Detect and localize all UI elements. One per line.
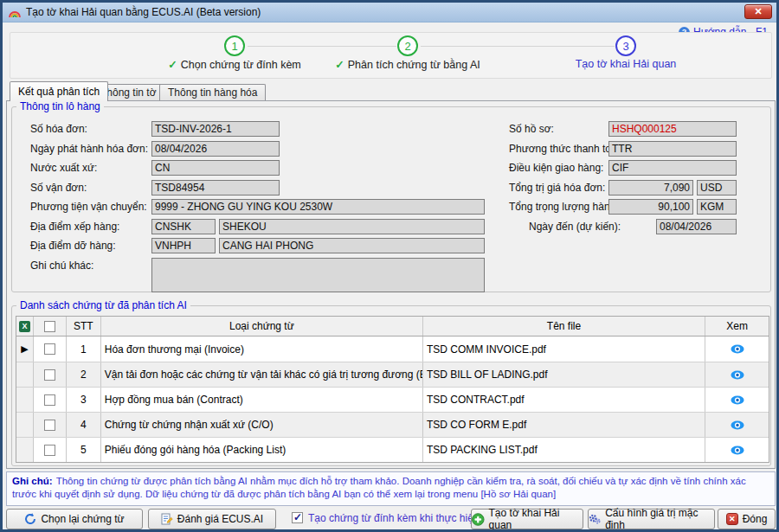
invoice-date-field[interactable]: 08/04/2026 (151, 141, 280, 157)
invoice-total-unit-field[interactable]: USD (697, 180, 737, 195)
app-rainbow-icon (8, 7, 22, 18)
total-weight-field[interactable]: 90,100 (608, 199, 693, 215)
loading-place-name-field[interactable]: SHEKOU (219, 219, 485, 234)
dossier-no-label: Số hồ sơ: (509, 123, 554, 135)
invoice-no-field[interactable]: TSD-INV-2026-1 (151, 121, 280, 137)
invoice-no-label: Số hóa đơn: (30, 123, 87, 135)
row-selector-icon: ▶ (16, 337, 34, 362)
plus-circle-icon (472, 513, 485, 526)
header-ten-file[interactable]: Tên file (423, 317, 705, 336)
unloading-place-name-field[interactable]: CANG HAI PHONG (219, 238, 485, 253)
view-eye-icon[interactable] (705, 388, 769, 412)
table-row[interactable]: 4 Chứng từ chứng nhận xuất xứ (C/O) TSD … (16, 412, 769, 437)
default-config-button[interactable]: Cấu hình giá trị mặc định (588, 509, 715, 529)
create-declaration-button[interactable]: Tạo tờ khai Hải quan (471, 509, 583, 529)
other-note-label: Ghi chú khác: (30, 260, 93, 272)
step-connector-1 (248, 46, 396, 47)
origin-country-field[interactable]: CN (151, 160, 280, 176)
arrival-date-field[interactable]: 08/04/2026 (656, 219, 737, 234)
step-2-label: ✓Phân tích chứng từ bằng AI (312, 58, 503, 71)
documents-table: X STT Loại chứng từ Tên file Xem ▶ 1 Hóa… (16, 316, 769, 463)
row-checkbox[interactable] (44, 343, 55, 355)
invoice-date-label: Ngày phát hành hóa đơn: (30, 143, 148, 155)
dialog-window: Tạo tờ khai Hải quan bằng ECUS.AI (Beta … (0, 0, 779, 532)
view-eye-icon[interactable] (705, 438, 769, 462)
table-row[interactable]: 3 Hợp đồng mua bán (Contract) TSD CONTRA… (16, 387, 769, 412)
table-header-row: X STT Loại chứng từ Tên file Xem (16, 317, 769, 337)
origin-country-label: Nước xuất xứ: (30, 162, 97, 174)
loading-place-code-field[interactable]: CNSHK (151, 219, 216, 234)
dossier-no-field[interactable]: HSHQ000125 (608, 121, 737, 137)
rate-ecus-ai-button[interactable]: Đánh giá ECUS.AI (148, 509, 276, 529)
step-1-label: ✓Chọn chứng từ đính kèm (139, 58, 330, 71)
bill-no-label: Số vận đơn: (30, 182, 87, 194)
row-checkbox[interactable] (44, 445, 55, 456)
unloading-place-code-field[interactable]: VNHPH (151, 238, 216, 253)
title-bar[interactable]: Tạo tờ khai Hải quan bằng ECUS.AI (Beta … (3, 3, 776, 22)
table-row[interactable]: 2 Vận tải đơn hoặc các chứng từ vận tải … (16, 362, 769, 387)
close-dialog-button[interactable]: ✕ Đóng (718, 509, 776, 529)
header-stt[interactable]: STT (67, 317, 101, 336)
tab-ket-qua-phan-tich[interactable]: Kết quả phân tích (10, 81, 108, 101)
select-all-checkbox[interactable] (44, 321, 55, 332)
window-title: Tạo tờ khai Hải quan bằng ECUS.AI (Beta … (26, 6, 261, 18)
row-checkbox[interactable] (44, 369, 55, 381)
gears-icon (589, 513, 601, 525)
step-3-circle: 3 (615, 35, 636, 56)
window-close-button[interactable]: ✕ (744, 4, 772, 19)
documents-group-title: Danh sách chứng từ đã phân tích AI (16, 299, 190, 311)
table-row[interactable]: ▶ 1 Hóa đơn thương mại (Invoice) TSD COM… (16, 337, 769, 362)
view-eye-icon[interactable] (705, 362, 769, 387)
unloading-place-label: Địa điểm dỡ hàng: (30, 240, 116, 252)
arrival-date-label: Ngày đến (dự kiến): (529, 221, 621, 233)
refresh-icon (24, 513, 36, 525)
note-panel: Ghi chú:Thông tin chứng từ được phân tíc… (6, 471, 776, 506)
row-selector-cell (16, 413, 34, 437)
table-row[interactable]: 5 Phiếu đóng gói hàng hóa (Packing List)… (16, 437, 769, 462)
row-checkbox[interactable] (44, 420, 55, 431)
delivery-term-label: Điều kiện giao hàng: (509, 162, 603, 174)
check-icon: ✓ (335, 59, 344, 71)
row-selector-cell (16, 438, 34, 462)
header-xem[interactable]: Xem (705, 317, 769, 336)
total-weight-label: Tổng trọng lượng hàng: (509, 201, 619, 213)
note-text: Thông tin chứng từ được phân tích bằng A… (12, 476, 746, 499)
step-2-circle: 2 (397, 35, 418, 56)
vehicle-label: Phương tiện vận chuyển: (30, 201, 147, 213)
tab-thong-tin-hang-hoa[interactable]: Thông tin hàng hóa (159, 84, 266, 101)
invoice-total-label: Tổng trị giá hóa đơn: (509, 182, 605, 194)
view-eye-icon[interactable] (705, 413, 769, 437)
total-weight-unit-field[interactable]: KGM (697, 199, 737, 215)
row-selector-cell (16, 388, 34, 412)
row-checkbox[interactable] (44, 394, 55, 406)
header-loai-chung-tu[interactable]: Loại chứng từ (101, 317, 423, 336)
feedback-form-icon (161, 513, 173, 525)
invoice-total-field[interactable]: 7,090 (608, 180, 693, 195)
excel-export-icon[interactable]: X (19, 321, 30, 332)
note-label: Ghi chú: (12, 476, 53, 486)
stepper-panel (10, 32, 772, 79)
reselect-documents-button[interactable]: Chọn lại chứng từ (6, 509, 143, 529)
step-3-label: Tạo tờ khai Hải quan (531, 58, 721, 70)
row-selector-cell (16, 362, 34, 387)
other-note-field[interactable] (151, 258, 485, 292)
step-1-circle: 1 (224, 35, 245, 56)
check-icon: ✓ (168, 59, 177, 71)
delivery-term-field[interactable]: CIF (608, 160, 737, 176)
shipment-group-title: Thông tin lô hàng (16, 100, 104, 112)
payment-method-field[interactable]: TTR (608, 141, 737, 157)
vehicle-field[interactable]: 9999 - ZHONG GU YING KOU 2530W (151, 199, 485, 215)
step-connector-2 (421, 46, 615, 47)
bill-no-field[interactable]: TSD84954 (151, 180, 280, 195)
loading-place-label: Địa điểm xếp hàng: (30, 221, 119, 233)
view-eye-icon[interactable] (705, 337, 769, 362)
checkbox-checked[interactable] (292, 512, 303, 523)
red-x-icon: ✕ (726, 513, 738, 525)
